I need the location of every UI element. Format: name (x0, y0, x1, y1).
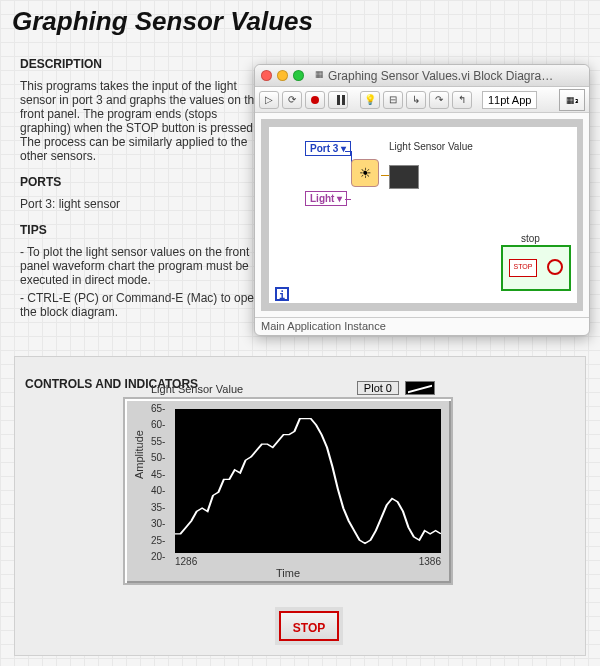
y-axis-label: Amplitude (133, 430, 145, 479)
legend-swatch-icon[interactable] (405, 381, 435, 395)
y-tick: 65- (151, 403, 165, 414)
toolbar: ▷ ⟳ 💡 ⊟ ↳ ↷ ↰ 11pt App ▦₃ (255, 87, 589, 113)
ports-text: Port 3: light sensor (20, 197, 270, 211)
y-tick: 30- (151, 518, 165, 529)
y-tick: 40- (151, 485, 165, 496)
block-diagram-canvas[interactable]: Port 3 ☀ Light Light Sensor Value i stop… (261, 119, 583, 311)
x-tick-max: 1386 (419, 556, 441, 567)
y-tick: 60- (151, 419, 165, 430)
plot-area (175, 409, 441, 553)
waveform-chart[interactable]: Amplitude 1286 1386 Time 20-25-30-35-40-… (123, 397, 453, 585)
stop-label: stop (521, 233, 540, 244)
pause-button[interactable] (328, 91, 348, 109)
page-title: Graphing Sensor Values (0, 0, 600, 39)
stop-group: stop STOP (501, 245, 571, 291)
y-tick: 55- (151, 436, 165, 447)
controls-header: CONTROLS AND INDICATORS (15, 369, 585, 391)
tips-1: - To plot the light sensor values on the… (20, 245, 270, 287)
minimize-icon[interactable] (277, 70, 288, 81)
step-out-button[interactable]: ↰ (452, 91, 472, 109)
y-tick: 25- (151, 535, 165, 546)
block-diagram-window[interactable]: ▦Graphing Sensor Values.vi Block Diagra…… (254, 64, 590, 336)
port-selector[interactable]: Port 3 (305, 141, 351, 156)
run-button[interactable]: ▷ (259, 91, 279, 109)
y-tick: 20- (151, 551, 165, 562)
iteration-terminal: i (275, 287, 289, 301)
highlight-button[interactable]: 💡 (360, 91, 380, 109)
x-tick-min: 1286 (175, 556, 197, 567)
loop-condition-terminal[interactable] (547, 259, 563, 275)
legend-entry[interactable]: Plot 0 (357, 381, 399, 395)
y-tick: 35- (151, 502, 165, 513)
chart-legend[interactable]: Plot 0 (357, 381, 435, 395)
x-axis-label: Time (125, 567, 451, 579)
waveform-chart-terminal[interactable] (389, 165, 419, 189)
zoom-icon[interactable] (293, 70, 304, 81)
light-mode-selector[interactable]: Light (305, 191, 347, 206)
sensor-value-label: Light Sensor Value (389, 141, 473, 152)
titlebar[interactable]: ▦Graphing Sensor Values.vi Block Diagra… (255, 65, 589, 87)
y-tick: 45- (151, 469, 165, 480)
font-selector[interactable]: 11pt App (482, 91, 537, 109)
light-sensor-node[interactable]: ☀ (351, 159, 379, 187)
vi-icon[interactable]: ▦₃ (559, 89, 585, 111)
close-icon[interactable] (261, 70, 272, 81)
window-title: ▦Graphing Sensor Values.vi Block Diagra… (315, 69, 583, 83)
statusbar: Main Application Instance (255, 317, 589, 335)
controls-panel: CONTROLS AND INDICATORS Light Sensor Val… (14, 356, 586, 656)
stop-terminal[interactable]: STOP (509, 259, 537, 277)
y-tick: 50- (151, 452, 165, 463)
description-text: This programs takes the input of the lig… (20, 79, 270, 163)
step-into-button[interactable]: ↳ (406, 91, 426, 109)
tips-2: - CTRL-E (PC) or Command-E (Mac) to open… (20, 291, 270, 319)
chart-title: Light Sensor Value (151, 383, 243, 395)
step-over-button[interactable]: ↷ (429, 91, 449, 109)
retain-wire-button[interactable]: ⊟ (383, 91, 403, 109)
stop-button[interactable]: STOP (279, 611, 339, 641)
run-continuous-button[interactable]: ⟳ (282, 91, 302, 109)
abort-button[interactable] (305, 91, 325, 109)
